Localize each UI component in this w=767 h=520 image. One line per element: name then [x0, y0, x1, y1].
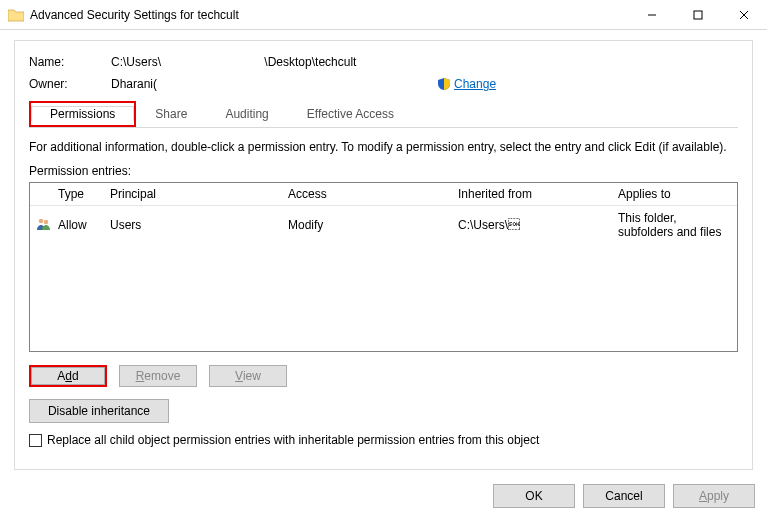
- dialog-footer: OK Cancel Apply: [493, 484, 755, 508]
- col-applies[interactable]: Applies to: [612, 183, 737, 205]
- tab-auditing[interactable]: Auditing: [206, 101, 287, 127]
- close-button[interactable]: [721, 0, 767, 30]
- name-value: C:\Users\ \Desktop\techcult: [111, 55, 356, 69]
- col-principal[interactable]: Principal: [104, 183, 282, 205]
- remove-button-label: Remove: [136, 369, 181, 383]
- remove-button[interactable]: Remove: [119, 365, 197, 387]
- table-row[interactable]: Allow Users Modify C:\Users\ This folde…: [30, 206, 737, 244]
- minimize-button[interactable]: [629, 0, 675, 30]
- cell-principal: Users: [104, 215, 282, 235]
- folder-icon: [8, 8, 24, 22]
- maximize-button[interactable]: [675, 0, 721, 30]
- owner-value: Dharani(: [111, 77, 157, 91]
- disable-inheritance-label: Disable inheritance: [48, 404, 150, 418]
- tabstrip: Permissions Share Auditing Effective Acc…: [29, 101, 738, 128]
- svg-point-5: [44, 219, 49, 224]
- col-inherited[interactable]: Inherited from: [452, 183, 612, 205]
- replace-children-label: Replace all child object permission entr…: [47, 433, 539, 447]
- ok-button[interactable]: OK: [493, 484, 575, 508]
- svg-point-4: [39, 218, 44, 223]
- cancel-button[interactable]: Cancel: [583, 484, 665, 508]
- main-panel: Name: C:\Users\ \Desktop\techcult Owner:…: [14, 40, 753, 470]
- info-hint: For additional information, double-click…: [29, 140, 738, 154]
- shield-icon: [437, 77, 451, 91]
- cell-type: Allow: [52, 215, 104, 235]
- cell-applies: This folder, subfolders and files: [612, 208, 737, 242]
- owner-label: Owner:: [29, 77, 111, 91]
- tab-permissions[interactable]: Permissions: [31, 106, 134, 121]
- cell-access: Modify: [282, 215, 452, 235]
- apply-button[interactable]: Apply: [673, 484, 755, 508]
- view-button-label: View: [235, 369, 261, 383]
- add-button-label: Add: [57, 369, 78, 383]
- disable-inheritance-button[interactable]: Disable inheritance: [29, 399, 169, 423]
- window-title: Advanced Security Settings for techcult: [30, 8, 629, 22]
- replace-children-checkbox[interactable]: [29, 434, 42, 447]
- grid-header: Type Principal Access Inherited from App…: [30, 183, 737, 206]
- col-access[interactable]: Access: [282, 183, 452, 205]
- cell-inherited: C:\Users\: [452, 215, 612, 235]
- view-button[interactable]: View: [209, 365, 287, 387]
- add-button[interactable]: Add: [31, 367, 105, 385]
- col-type[interactable]: Type: [52, 183, 104, 205]
- name-label: Name:: [29, 55, 111, 69]
- users-icon: [30, 214, 52, 237]
- svg-rect-1: [694, 11, 702, 19]
- tab-effective-access[interactable]: Effective Access: [288, 101, 413, 127]
- entries-label: Permission entries:: [29, 164, 738, 178]
- change-owner-link[interactable]: Change: [437, 77, 496, 91]
- permissions-tab-highlight: Permissions: [29, 101, 136, 127]
- titlebar: Advanced Security Settings for techcult: [0, 0, 767, 30]
- tab-share[interactable]: Share: [136, 101, 206, 127]
- change-owner-label: Change: [454, 77, 496, 91]
- add-button-highlight: Add: [29, 365, 107, 387]
- permission-grid[interactable]: Type Principal Access Inherited from App…: [29, 182, 738, 352]
